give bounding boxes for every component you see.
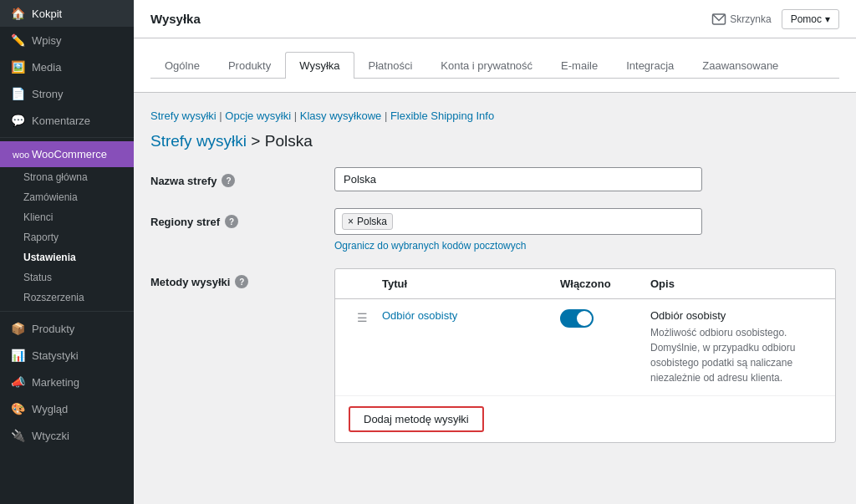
sidebar-item-statystyki[interactable]: 📊 Statystyki <box>0 342 134 369</box>
help-button[interactable]: Pomoc ▾ <box>782 9 839 29</box>
page-icon: 📄 <box>10 87 25 100</box>
topbar: Wysyłka Skrzynka Pomoc ▾ <box>134 0 856 38</box>
inbox-button[interactable]: Skrzynka <box>711 12 771 27</box>
sidebar-sub-raporty[interactable]: Raporty <box>0 227 134 247</box>
breadcrumb-flexible[interactable]: Flexible Shipping Info <box>390 109 494 122</box>
tab-platnosci[interactable]: Płatności <box>354 52 427 79</box>
divider2 <box>0 311 134 312</box>
col-enabled: Włączono <box>560 277 644 290</box>
table-row: ☰ Odbiór osobisty Odbiór osobisty Możliw… <box>335 299 835 396</box>
form-row-methods: Metody wysyłki ? Tytuł Włączono Opis ☰ O… <box>150 268 839 443</box>
chart-icon: 📊 <box>10 349 25 362</box>
woo-icon: woo <box>10 149 25 160</box>
method-description: Odbiór osobisty Możliwość odbioru osobis… <box>650 309 822 385</box>
home-icon: 🏠 <box>10 7 25 20</box>
plugin-icon: 🔌 <box>10 429 25 442</box>
tab-produkty[interactable]: Produkty <box>214 52 285 79</box>
breadcrumb-sep2: | <box>294 109 300 122</box>
sidebar-sub-status[interactable]: Status <box>0 267 134 288</box>
sidebar-item-woocommerce[interactable]: woo WooCommerce <box>0 141 134 167</box>
page-heading: Strefy wysyłki > Polska <box>150 132 839 150</box>
tab-emaile[interactable]: E-maile <box>547 52 612 79</box>
inbox-icon <box>711 12 726 27</box>
breadcrumb-klasy[interactable]: Klasy wysyłkowe <box>300 109 382 122</box>
method-desc-title: Odbiór osobisty <box>650 309 822 322</box>
sidebar-item-kokpit[interactable]: 🏠 Kokpit <box>0 0 134 27</box>
tab-integracja[interactable]: Integracja <box>612 52 688 79</box>
divider <box>0 137 134 138</box>
methods-help-icon[interactable]: ? <box>235 275 248 288</box>
methods-header: Tytuł Włączono Opis <box>335 269 835 299</box>
postal-link[interactable]: Ogranicz do wybranych kodów pocztowych <box>334 240 839 252</box>
megaphone-icon: 📣 <box>10 375 25 389</box>
paint-icon: 🎨 <box>10 402 25 415</box>
method-name: Odbiór osobisty <box>382 309 553 322</box>
sidebar-item-wpisy[interactable]: ✏️ Wpisy <box>0 27 134 53</box>
region-tag: × Polska <box>342 213 393 230</box>
main-area: Wysyłka Skrzynka Pomoc ▾ Ogólne Produkty… <box>134 0 856 504</box>
tab-list: Ogólne Produkty Wysyłka Płatności Konta … <box>150 52 839 79</box>
image-icon: 🖼️ <box>10 60 25 74</box>
method-name-link[interactable]: Odbiór osobisty <box>382 309 457 322</box>
breadcrumb-sep3: | <box>385 109 390 122</box>
col-description: Opis <box>650 277 822 290</box>
methods-table: Tytuł Włączono Opis ☰ Odbiór osobisty <box>334 268 836 443</box>
tab-wysylka[interactable]: Wysyłka <box>285 52 354 79</box>
inbox-label: Skrzynka <box>730 13 771 25</box>
tab-ogolne[interactable]: Ogólne <box>150 52 214 79</box>
tag-remove[interactable]: × <box>348 216 354 227</box>
tab-konta[interactable]: Konta i prywatność <box>426 52 547 79</box>
method-toggle <box>560 309 644 330</box>
sidebar-item-marketing[interactable]: 📣 Marketing <box>0 369 134 395</box>
heading-link[interactable]: Strefy wysyłki <box>150 132 247 150</box>
breadcrumb-strefy[interactable]: Strefy wysyłki <box>150 109 217 122</box>
sidebar-item-komentarze[interactable]: 💬 Komentarze <box>0 107 134 134</box>
sidebar-item-produkty[interactable]: 📦 Produkty <box>0 315 134 342</box>
comment-icon: 💬 <box>10 114 25 127</box>
region-tag-field[interactable]: × Polska <box>334 208 702 235</box>
add-method-button[interactable]: Dodaj metodę wysyłki <box>349 406 484 432</box>
pencil-icon: ✏️ <box>10 33 25 47</box>
main-inner: Strefy wysyłki | Opcje wysyłki | Klasy w… <box>134 93 856 476</box>
col-title: Tytuł <box>382 277 553 290</box>
region-field: × Polska Ogranicz do wybranych kodów poc… <box>334 208 839 252</box>
method-desc-text: Możliwość odbioru osobistego. Domyślnie,… <box>650 325 822 385</box>
region-help-icon[interactable]: ? <box>225 215 238 228</box>
sidebar-sub-klienci[interactable]: Klienci <box>0 207 134 227</box>
sidebar-item-media[interactable]: 🖼️ Media <box>0 53 134 80</box>
add-method-row: Dodaj metodę wysyłki <box>335 396 835 442</box>
heading-current: Polska <box>265 132 313 150</box>
sidebar-item-strony[interactable]: 📄 Strony <box>0 80 134 107</box>
form-row-region: Regiony stref ? × Polska Ogranicz do wyb… <box>150 208 839 252</box>
sidebar-item-wtyczki[interactable]: 🔌 Wtyczki <box>0 422 134 449</box>
box-icon: 📦 <box>10 322 25 335</box>
drag-handle-icon[interactable]: ☰ <box>349 311 375 324</box>
sidebar-item-wyglad[interactable]: 🎨 Wygląd <box>0 395 134 422</box>
sidebar-sub-zamowienia[interactable]: Zamówienia <box>0 187 134 207</box>
sidebar-sub-strona-glowna[interactable]: Strona główna <box>0 167 134 187</box>
name-input[interactable] <box>334 167 702 191</box>
breadcrumb: Strefy wysyłki | Opcje wysyłki | Klasy w… <box>150 109 839 122</box>
topbar-right: Skrzynka Pomoc ▾ <box>711 9 839 29</box>
page-title: Wysyłka <box>150 12 201 26</box>
chevron-down-icon: ▾ <box>825 13 830 25</box>
sidebar-sub-ustawienia[interactable]: Ustawienia <box>0 247 134 267</box>
breadcrumb-opcje[interactable]: Opcje wysyłki <box>225 109 291 122</box>
methods-field: Tytuł Włączono Opis ☰ Odbiór osobisty <box>334 268 839 443</box>
name-field <box>334 167 839 191</box>
sidebar-sub-rozszerzenia[interactable]: Rozszerzenia <box>0 288 134 308</box>
name-label: Nazwa strefy ? <box>150 167 334 187</box>
methods-label: Metody wysyłki ? <box>150 268 334 288</box>
toggle-switch[interactable] <box>560 309 594 328</box>
form-row-name: Nazwa strefy ? <box>150 167 839 191</box>
name-help-icon[interactable]: ? <box>222 174 235 187</box>
settings-tabs: Ogólne Produkty Wysyłka Płatności Konta … <box>134 38 856 93</box>
region-label: Regiony stref ? <box>150 208 334 228</box>
sidebar: 🏠 Kokpit ✏️ Wpisy 🖼️ Media 📄 Strony 💬 Ko… <box>0 0 134 504</box>
heading-separator: > <box>251 132 264 150</box>
tab-zaawansowane[interactable]: Zaawansowane <box>688 52 792 79</box>
